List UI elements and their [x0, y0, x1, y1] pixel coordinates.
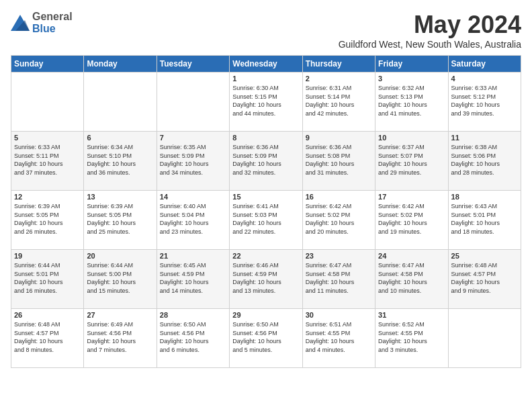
week-row-2: 5Sunrise: 6:33 AM Sunset: 5:11 PM Daylig…	[11, 132, 521, 191]
day-info: Sunrise: 6:39 AM Sunset: 5:05 PM Dayligh…	[14, 202, 81, 236]
day-number: 7	[160, 134, 226, 142]
logo-text: General Blue	[32, 11, 73, 35]
calendar-subtitle: Guildford West, New South Wales, Austral…	[339, 39, 521, 50]
day-cell: 15Sunrise: 6:41 AM Sunset: 5:03 PM Dayli…	[230, 191, 302, 250]
calendar-title: May 2024	[339, 11, 521, 39]
day-cell: 5Sunrise: 6:33 AM Sunset: 5:11 PM Daylig…	[11, 132, 84, 191]
day-cell: 4Sunrise: 6:33 AM Sunset: 5:12 PM Daylig…	[448, 73, 521, 132]
title-area: May 2024 Guildford West, New South Wales…	[339, 11, 521, 50]
day-number: 23	[306, 252, 372, 260]
logo-blue: Blue	[32, 23, 56, 34]
day-info: Sunrise: 6:42 AM Sunset: 5:02 PM Dayligh…	[306, 202, 372, 236]
day-cell: 27Sunrise: 6:49 AM Sunset: 4:56 PM Dayli…	[84, 309, 157, 368]
day-cell: 26Sunrise: 6:48 AM Sunset: 4:57 PM Dayli…	[11, 309, 84, 368]
logo-general: General	[32, 11, 73, 22]
day-info: Sunrise: 6:41 AM Sunset: 5:03 PM Dayligh…	[232, 202, 299, 236]
day-number: 3	[378, 75, 445, 83]
day-info: Sunrise: 6:43 AM Sunset: 5:01 PM Dayligh…	[451, 202, 518, 236]
week-row-5: 26Sunrise: 6:48 AM Sunset: 4:57 PM Dayli…	[11, 309, 521, 368]
day-info: Sunrise: 6:48 AM Sunset: 4:57 PM Dayligh…	[451, 261, 518, 295]
day-number: 30	[306, 311, 372, 319]
day-cell: 13Sunrise: 6:39 AM Sunset: 5:05 PM Dayli…	[84, 191, 157, 250]
day-number: 13	[87, 193, 153, 201]
day-info: Sunrise: 6:51 AM Sunset: 4:55 PM Dayligh…	[306, 320, 372, 354]
day-info: Sunrise: 6:38 AM Sunset: 5:06 PM Dayligh…	[451, 143, 518, 177]
day-number: 20	[87, 252, 153, 260]
day-cell: 24Sunrise: 6:47 AM Sunset: 4:58 PM Dayli…	[375, 250, 448, 309]
day-info: Sunrise: 6:50 AM Sunset: 4:56 PM Dayligh…	[232, 320, 299, 354]
day-info: Sunrise: 6:30 AM Sunset: 5:15 PM Dayligh…	[232, 84, 299, 118]
day-info: Sunrise: 6:49 AM Sunset: 4:56 PM Dayligh…	[87, 320, 153, 354]
day-number: 18	[451, 193, 518, 201]
day-number: 29	[232, 311, 299, 319]
day-cell: 8Sunrise: 6:36 AM Sunset: 5:09 PM Daylig…	[230, 132, 302, 191]
day-cell: 21Sunrise: 6:45 AM Sunset: 4:59 PM Dayli…	[157, 250, 229, 309]
day-info: Sunrise: 6:31 AM Sunset: 5:14 PM Dayligh…	[306, 84, 372, 118]
day-cell: 16Sunrise: 6:42 AM Sunset: 5:02 PM Dayli…	[302, 191, 375, 250]
day-cell: 23Sunrise: 6:47 AM Sunset: 4:58 PM Dayli…	[302, 250, 375, 309]
day-cell	[11, 73, 84, 132]
column-header-wednesday: Wednesday	[230, 56, 302, 73]
day-info: Sunrise: 6:48 AM Sunset: 4:57 PM Dayligh…	[14, 320, 81, 354]
day-cell: 7Sunrise: 6:35 AM Sunset: 5:09 PM Daylig…	[157, 132, 229, 191]
day-info: Sunrise: 6:32 AM Sunset: 5:13 PM Dayligh…	[378, 84, 445, 118]
day-number: 1	[232, 75, 299, 83]
day-cell: 22Sunrise: 6:46 AM Sunset: 4:59 PM Dayli…	[230, 250, 302, 309]
day-info: Sunrise: 6:35 AM Sunset: 5:09 PM Dayligh…	[160, 143, 226, 177]
column-header-friday: Friday	[375, 56, 448, 73]
day-number: 2	[306, 75, 372, 83]
column-header-saturday: Saturday	[448, 56, 521, 73]
logo: General Blue	[11, 11, 73, 35]
day-number: 25	[451, 252, 518, 260]
logo-icon	[11, 15, 30, 31]
column-header-monday: Monday	[84, 56, 157, 73]
day-number: 26	[14, 311, 81, 319]
day-info: Sunrise: 6:34 AM Sunset: 5:10 PM Dayligh…	[87, 143, 153, 177]
day-number: 16	[306, 193, 372, 201]
day-cell: 29Sunrise: 6:50 AM Sunset: 4:56 PM Dayli…	[230, 309, 302, 368]
day-cell: 25Sunrise: 6:48 AM Sunset: 4:57 PM Dayli…	[448, 250, 521, 309]
day-cell: 28Sunrise: 6:50 AM Sunset: 4:56 PM Dayli…	[157, 309, 229, 368]
day-cell: 30Sunrise: 6:51 AM Sunset: 4:55 PM Dayli…	[302, 309, 375, 368]
day-info: Sunrise: 6:47 AM Sunset: 4:58 PM Dayligh…	[306, 261, 372, 295]
day-cell: 14Sunrise: 6:40 AM Sunset: 5:04 PM Dayli…	[157, 191, 229, 250]
day-number: 8	[232, 134, 299, 142]
day-info: Sunrise: 6:50 AM Sunset: 4:56 PM Dayligh…	[160, 320, 226, 354]
day-info: Sunrise: 6:42 AM Sunset: 5:02 PM Dayligh…	[378, 202, 445, 236]
day-number: 17	[378, 193, 445, 201]
day-number: 19	[14, 252, 81, 260]
calendar-table: SundayMondayTuesdayWednesdayThursdayFrid…	[11, 55, 521, 368]
day-info: Sunrise: 6:36 AM Sunset: 5:08 PM Dayligh…	[306, 143, 372, 177]
day-number: 4	[451, 75, 518, 83]
week-row-4: 19Sunrise: 6:44 AM Sunset: 5:01 PM Dayli…	[11, 250, 521, 309]
day-number: 27	[87, 311, 153, 319]
week-row-1: 1Sunrise: 6:30 AM Sunset: 5:15 PM Daylig…	[11, 73, 521, 132]
day-cell: 2Sunrise: 6:31 AM Sunset: 5:14 PM Daylig…	[302, 73, 375, 132]
day-cell	[448, 309, 521, 368]
day-info: Sunrise: 6:33 AM Sunset: 5:12 PM Dayligh…	[451, 84, 518, 118]
day-number: 31	[378, 311, 445, 319]
day-number: 21	[160, 252, 226, 260]
day-cell: 12Sunrise: 6:39 AM Sunset: 5:05 PM Dayli…	[11, 191, 84, 250]
header-row: SundayMondayTuesdayWednesdayThursdayFrid…	[11, 56, 521, 73]
day-cell: 1Sunrise: 6:30 AM Sunset: 5:15 PM Daylig…	[230, 73, 302, 132]
day-info: Sunrise: 6:45 AM Sunset: 4:59 PM Dayligh…	[160, 261, 226, 295]
day-cell: 17Sunrise: 6:42 AM Sunset: 5:02 PM Dayli…	[375, 191, 448, 250]
day-number: 10	[378, 134, 445, 142]
day-number: 9	[306, 134, 372, 142]
day-cell: 10Sunrise: 6:37 AM Sunset: 5:07 PM Dayli…	[375, 132, 448, 191]
day-cell: 18Sunrise: 6:43 AM Sunset: 5:01 PM Dayli…	[448, 191, 521, 250]
day-number: 5	[14, 134, 81, 142]
column-header-thursday: Thursday	[302, 56, 375, 73]
day-info: Sunrise: 6:44 AM Sunset: 5:01 PM Dayligh…	[14, 261, 81, 295]
day-info: Sunrise: 6:36 AM Sunset: 5:09 PM Dayligh…	[232, 143, 299, 177]
column-header-sunday: Sunday	[11, 56, 84, 73]
page-header: General Blue May 2024 Guildford West, Ne…	[11, 11, 521, 50]
day-cell: 20Sunrise: 6:44 AM Sunset: 5:00 PM Dayli…	[84, 250, 157, 309]
day-cell: 31Sunrise: 6:52 AM Sunset: 4:55 PM Dayli…	[375, 309, 448, 368]
day-number: 22	[232, 252, 299, 260]
day-info: Sunrise: 6:37 AM Sunset: 5:07 PM Dayligh…	[378, 143, 445, 177]
day-cell	[157, 73, 229, 132]
week-row-3: 12Sunrise: 6:39 AM Sunset: 5:05 PM Dayli…	[11, 191, 521, 250]
day-info: Sunrise: 6:47 AM Sunset: 4:58 PM Dayligh…	[378, 261, 445, 295]
